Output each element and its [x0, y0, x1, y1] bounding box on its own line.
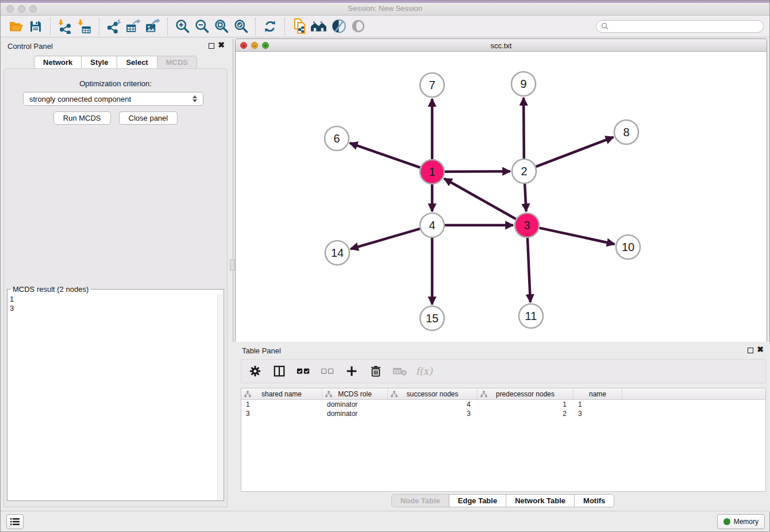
column-header-name[interactable]: name [573, 388, 622, 399]
table-cell[interactable]: 3 [388, 409, 478, 418]
tab-mcds[interactable]: MCDS [157, 56, 197, 69]
toolbar-separator [50, 18, 51, 35]
toggle-visibility-icon[interactable] [348, 17, 368, 36]
table-cell[interactable]: dominator [322, 400, 388, 409]
add-row-icon[interactable] [344, 363, 360, 379]
node-table-rows: 1dominator4113dominator323 [241, 400, 765, 418]
table-cell[interactable]: 3 [241, 409, 322, 418]
delete-row-icon[interactable] [368, 363, 384, 379]
close-panel-button[interactable]: Close panel [119, 111, 178, 125]
network-view-window: × − + scc.txt 1234678910111415 [235, 38, 767, 342]
table-settings-icon[interactable] [247, 363, 263, 379]
table-cell[interactable]: dominator [322, 409, 388, 418]
mcds-result-scrollbar[interactable] [217, 294, 223, 500]
home-icon[interactable] [309, 17, 329, 36]
export-image-icon[interactable] [143, 17, 163, 36]
mcds-result-box: MCDS result (2 nodes) 1 3 [7, 285, 224, 501]
control-panel-title: Control Panel [7, 42, 53, 51]
table-panel-header: Table Panel ✖ [235, 342, 770, 359]
zoom-fit-icon[interactable] [211, 17, 231, 36]
save-session-icon[interactable] [26, 17, 45, 36]
table-cell[interactable]: 3 [573, 409, 622, 418]
graph-edge-2-8[interactable] [536, 137, 614, 167]
open-session-icon[interactable] [6, 17, 26, 36]
zoom-out-icon[interactable] [192, 17, 211, 36]
search-icon [601, 22, 609, 30]
refresh-icon[interactable] [260, 17, 280, 36]
export-network-icon[interactable] [104, 17, 124, 36]
clone-network-icon[interactable] [290, 17, 309, 36]
show-columns-icon[interactable] [271, 363, 287, 379]
zoom-in-icon[interactable] [172, 17, 192, 36]
graph-edge-3-1[interactable] [444, 179, 516, 219]
column-header-shared-name[interactable]: shared name [241, 388, 322, 399]
table-cell[interactable]: 4 [388, 400, 478, 409]
table-panel: Table Panel ✖ [235, 342, 770, 512]
tab-style[interactable]: Style [81, 56, 117, 69]
toolbar-separator [255, 18, 256, 35]
column-header-MCDS-role[interactable]: MCDS role [322, 388, 388, 399]
table-cell[interactable]: 2 [478, 409, 573, 418]
panel-splitter-handle[interactable] [230, 259, 235, 271]
graph-edge-2-9[interactable] [523, 98, 524, 159]
apply-style-icon[interactable] [329, 17, 348, 36]
criterion-dropdown[interactable]: strongly connected component [23, 92, 203, 106]
graph-node-label-1: 1 [429, 165, 435, 178]
table-cell[interactable]: 1 [241, 400, 322, 409]
run-mcds-button[interactable]: Run MCDS [53, 111, 111, 125]
network-canvas[interactable]: 1234678910111415 [236, 52, 767, 342]
toolbar-separator [284, 18, 285, 35]
task-list-icon [10, 518, 20, 526]
search-field[interactable] [596, 20, 764, 33]
tab-edge-table[interactable]: Edge Table [449, 494, 506, 507]
graph-node-label-4: 4 [429, 219, 435, 232]
import-table-icon[interactable] [75, 17, 94, 36]
import-network-icon[interactable] [55, 17, 75, 36]
graph-edge-3-10[interactable] [540, 228, 615, 244]
close-table-panel-icon[interactable]: ✖ [757, 345, 764, 354]
graph-edge-2-3[interactable] [525, 184, 526, 211]
export-table-icon[interactable] [124, 17, 143, 36]
tab-motifs[interactable]: Motifs [574, 494, 614, 507]
mcds-result-title: MCDS result (2 nodes) [11, 285, 90, 294]
table-cell[interactable]: 1 [573, 400, 622, 409]
function-builder-icon[interactable]: f(x) [416, 363, 432, 379]
graph-edge-1-2[interactable] [445, 171, 510, 172]
table-row[interactable]: 3dominator323 [241, 409, 765, 418]
tab-node-table[interactable]: Node Table [391, 494, 449, 507]
mcds-result-text[interactable]: 1 3 [10, 295, 215, 498]
graph-edge-3-11[interactable] [528, 238, 530, 302]
float-panel-icon[interactable] [209, 43, 214, 49]
close-panel-icon[interactable]: ✖ [218, 40, 225, 49]
task-history-button[interactable] [6, 514, 24, 529]
status-bar: Memory [1, 511, 769, 531]
column-header-successor-nodes[interactable]: successor nodes [388, 388, 478, 399]
deselect-all-icon[interactable] [319, 363, 336, 379]
memory-button-label: Memory [734, 518, 759, 526]
main-toolbar [1, 16, 769, 37]
delete-table-icon[interactable] [392, 363, 408, 379]
tab-select[interactable]: Select [117, 56, 157, 69]
table-cell[interactable]: 1 [478, 400, 573, 409]
select-all-icon[interactable] [295, 363, 311, 379]
column-header-predecessor-nodes[interactable]: predecessor nodes [478, 388, 573, 399]
memory-button[interactable]: Memory [717, 514, 765, 529]
search-input[interactable] [611, 22, 759, 30]
table-panel-title: Table Panel [242, 346, 281, 355]
tab-network-table[interactable]: Network Table [506, 494, 575, 507]
graph-edge-4-14[interactable] [351, 229, 420, 249]
control-panel: Control Panel ✖ NetworkStyleSelectMCDS O… [1, 37, 230, 512]
window-title: Session: New Session [1, 4, 769, 13]
tab-network[interactable]: Network [34, 56, 82, 69]
application-window: Session: New Session [0, 0, 770, 532]
graph-edge-1-6[interactable] [350, 143, 421, 168]
graph-node-label-7: 7 [429, 79, 435, 91]
table-row[interactable]: 1dominator411 [241, 400, 765, 409]
graph-node-label-2: 2 [521, 165, 527, 178]
dropdown-stepper-icon [192, 95, 197, 102]
window-top-accent [1, 1, 769, 3]
float-table-panel-icon[interactable] [748, 348, 753, 353]
graph-node-label-15: 15 [426, 312, 438, 325]
toolbar-separator [167, 18, 168, 35]
zoom-selected-icon[interactable] [231, 17, 251, 36]
